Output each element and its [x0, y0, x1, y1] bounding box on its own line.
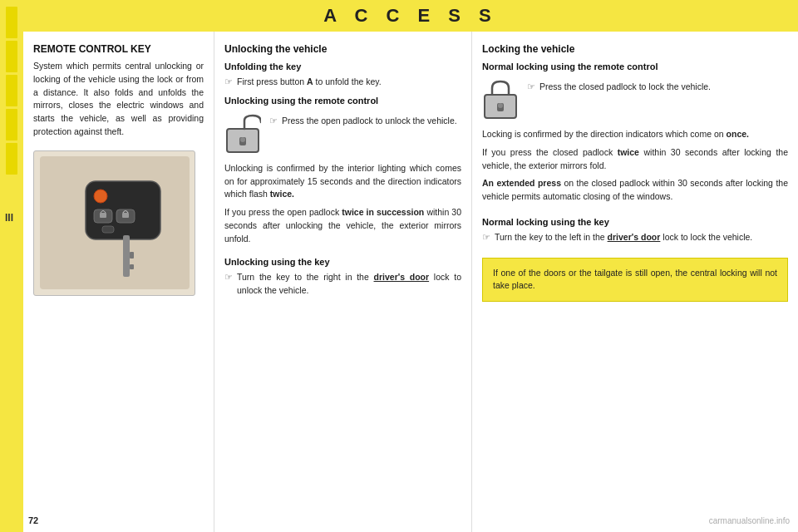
remote-control-heading: REMOTE CONTROL KEY: [33, 43, 204, 55]
lock-icon-text: Press the closed padlock to lock the veh…: [539, 81, 711, 94]
title-bar: A C C E S S: [23, 0, 798, 32]
key-svg: [40, 156, 190, 289]
normal-lock-icon-section: ☞ Press the closed padlock to lock the v…: [482, 76, 788, 123]
svg-rect-3: [130, 252, 134, 259]
note-text: If one of the doors or the tailgate is s…: [493, 268, 777, 291]
unfolding-key-item: ☞ First press button A to unfold the key…: [224, 76, 461, 89]
locking-vehicle-heading: Locking the vehicle: [482, 43, 788, 55]
locking-twice-text: If you press the closed padlock twice wi…: [482, 146, 788, 173]
normal-key-lock-item: ☞ Turn the key to the left in the driver…: [482, 231, 788, 244]
open-padlock-container: [224, 112, 261, 157]
unlocking-confirm-text: Unlocking is confirmed by the interior l…: [224, 162, 461, 201]
normal-key-lock-heading: Normal locking using the key: [482, 217, 788, 227]
left-stripe: [0, 0, 23, 532]
key-unlock-item: ☞ Turn the key to the right in the drive…: [224, 271, 461, 298]
svg-rect-9: [122, 213, 129, 218]
key-unlock-text: Turn the key to the right in the driver'…: [237, 271, 461, 298]
locking-extended-text: An extended press on the closed padlock …: [482, 177, 788, 204]
remote-unlock-heading: Unlocking using the remote control: [224, 96, 461, 106]
remote-unlock-text: ☞ Press the open padlock to unlock the v…: [269, 115, 461, 128]
svg-rect-8: [100, 213, 106, 218]
section-roman-numeral: III: [5, 212, 13, 224]
stripe-bar-2: [6, 41, 17, 72]
normal-lock-text-wrap: ☞ Press the closed padlock to lock the v…: [527, 76, 788, 97]
page-number: 72: [28, 515, 38, 525]
stripe-bar-5: [6, 143, 17, 175]
normal-key-lock-text: Turn the key to the left in the driver's…: [495, 231, 752, 244]
svg-rect-10: [102, 226, 114, 233]
main-content: REMOTE CONTROL KEY System which permits …: [23, 32, 798, 532]
stripe-bar-4: [6, 109, 17, 140]
arrow-icon-5: ☞: [482, 232, 490, 243]
stripe-bar-3: [6, 75, 17, 106]
website-label: carmanualsonline.info: [709, 516, 790, 525]
normal-lock-text: ☞ Press the closed padlock to lock the v…: [527, 81, 788, 94]
locking-confirm-text: Locking is confirmed by the direction in…: [482, 128, 788, 141]
arrow-icon-4: ☞: [527, 81, 535, 92]
remote-unlock-text-wrap: ☞ Press the open padlock to unlock the v…: [269, 111, 461, 131]
normal-lock-heading: Normal locking using the remote control: [482, 62, 788, 71]
note-box: If one of the doors or the tailgate is s…: [482, 258, 788, 303]
key-unlock-heading: Unlocking using the key: [224, 257, 461, 267]
closed-padlock-container: [482, 78, 519, 123]
arrow-icon-1: ☞: [224, 76, 233, 87]
remote-unlock-icon-section: ☞ Press the open padlock to unlock the v…: [224, 111, 461, 157]
unfolding-key-heading: Unfolding the key: [224, 62, 461, 71]
key-image: [33, 150, 195, 296]
unlock-icon-text: Press the open padlock to unlock the veh…: [282, 115, 457, 128]
left-column: REMOTE CONTROL KEY System which permits …: [23, 32, 214, 532]
svg-rect-2: [123, 235, 130, 277]
open-padlock-icon: [224, 112, 261, 155]
page-title: A C C E S S: [323, 5, 497, 27]
closed-padlock-icon: [482, 78, 519, 121]
stripe-bar-1: [6, 7, 17, 38]
right-column: Locking the vehicle Normal locking using…: [472, 32, 798, 532]
arrow-icon-2: ☞: [269, 116, 278, 126]
remote-control-body: System which permits central unlocking o…: [33, 60, 204, 139]
mid-column: Unlocking the vehicle Unfolding the key …: [214, 32, 472, 532]
svg-point-13: [240, 137, 245, 142]
unlock-vehicle-heading: Unlocking the vehicle: [224, 43, 461, 55]
svg-point-5: [94, 190, 107, 203]
svg-rect-4: [130, 264, 134, 269]
svg-point-16: [498, 103, 503, 108]
unlocking-twice-text: If you press the open padlock twice in s…: [224, 206, 461, 245]
arrow-icon-3: ☞: [224, 272, 233, 283]
unfolding-key-text: First press button A to unfold the key.: [237, 76, 382, 89]
